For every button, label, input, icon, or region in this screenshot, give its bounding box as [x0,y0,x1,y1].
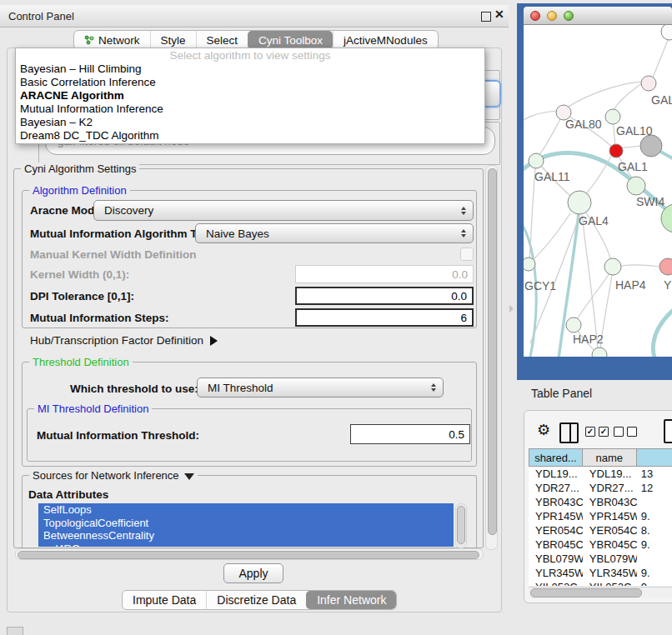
column-header[interactable]: name [583,448,637,467]
table-row[interactable]: YDR27...YDR27...12 [529,481,672,495]
settings-hscrollbar[interactable] [15,548,484,560]
corner-widget[interactable] [7,627,23,635]
gear-icon[interactable]: ⚙ [537,421,550,439]
node-hap2[interactable] [566,318,581,332]
attributes-scrollbar[interactable] [455,503,467,548]
table-cell: YDR27... [583,481,637,495]
table-row[interactable]: YIL052CYIL052C9. [529,580,672,586]
network-window-titlebar[interactable] [524,7,672,25]
tab-cyni-toolbox[interactable]: Cyni Toolbox [248,31,333,49]
sources-group-title[interactable]: Sources for Network Inference [29,469,198,482]
table-row[interactable]: YPR145WYPR145W9. [529,509,672,523]
float-window-icon[interactable] [481,12,491,22]
network-edge[interactable] [653,302,672,357]
network-edge[interactable] [539,118,561,156]
node-gal11[interactable] [529,153,544,168]
combo-arrows-icon [431,383,436,392]
node-gal4[interactable] [568,191,591,214]
algorithm-option[interactable]: Mutual Information Inference [16,102,484,116]
table-rows: YDL19...YDL19...13YDR27...YDR27...12YBR0… [529,467,672,586]
mi-threshold-field[interactable]: 0.5 [350,424,470,444]
network-edge[interactable] [582,215,598,349]
node-green-small[interactable] [605,109,620,124]
attribute-item[interactable]: SelfLoops [38,503,454,517]
tab-style[interactable]: Style [150,31,196,49]
node-bottom-cut[interactable] [592,348,607,357]
mi-steps-field[interactable]: 6 [295,308,474,327]
network-edge[interactable] [524,111,559,127]
algorithm-option[interactable]: Bayesian – K2 [16,116,484,129]
table-cell: 9. [637,538,672,552]
table-row[interactable]: YBR043CYBR043C [529,495,672,509]
unchecked-columns-icon[interactable] [614,427,637,437]
splitpane-handle-icon[interactable] [509,305,514,312]
table-row[interactable]: YDL19...YDL19...13 [529,467,672,481]
table-row[interactable]: YLR345WYLR345W9. [529,566,672,580]
algorithm-option[interactable]: ARACNE Algorithm [16,89,484,102]
mi-type-combo[interactable]: Naive Bayes [195,223,474,243]
node-gal10[interactable] [640,135,662,157]
column-header[interactable] [637,448,672,467]
split-columns-icon[interactable] [559,422,579,443]
node-gal1[interactable] [627,177,645,195]
combo-arrows-icon [461,207,466,215]
table-row[interactable]: YBR045CYBR045C9. [529,538,672,552]
node-label: GAL11 [534,170,570,183]
tab-network[interactable]: Network [74,31,150,49]
table-hscrollbar-thumb[interactable] [530,588,642,598]
network-canvas[interactable]: GALGAL80GAL10GAL1GAL11SWI4GAL4GCY1HAP4YH… [524,25,672,357]
node-label: GAL [651,93,672,107]
node-gcy1[interactable] [524,258,535,271]
algorithm-option[interactable]: Bayesian – Hill Climbing [16,62,484,76]
close-traffic-light-icon[interactable] [530,11,540,21]
bottom-tab-bar: Impute DataDiscretize DataInfer Network [122,590,397,610]
node-salmon[interactable] [659,258,672,275]
node-label: GAL10 [616,124,653,138]
threshold-definition-title: Threshold Definition [29,356,133,368]
node-hap4[interactable] [604,258,621,275]
network-edge[interactable] [532,213,570,261]
which-threshold-combo[interactable]: MI Threshold [197,378,444,398]
tab-impute-data[interactable]: Impute Data [123,591,206,609]
document-icon[interactable] [664,419,672,443]
zoom-traffic-light-icon[interactable] [564,11,574,21]
network-edge[interactable] [614,83,642,110]
attribute-item[interactable]: BetweennessCentrality [38,529,454,542]
minimize-traffic-light-icon[interactable] [547,11,557,21]
hscrollbar-thumb[interactable] [18,551,479,559]
node-top-cut[interactable] [661,25,672,40]
node-red[interactable] [609,144,623,158]
kernel-width-field[interactable]: 0.0 [295,265,474,283]
table-row[interactable]: YER054CYER054C8. [529,523,672,538]
table-panel-title: Table Panel [531,387,592,400]
network-edge[interactable] [621,265,659,267]
network-edge[interactable] [577,273,609,319]
network-edge[interactable] [653,36,669,78]
tab-select[interactable]: Select [196,31,248,49]
hub-definition-toggle[interactable]: Hub/Transcription Factor Definition [30,334,218,347]
algorithm-option[interactable]: Dream8 DC_TDC Algorithm [16,129,484,142]
network-edge[interactable] [567,82,642,108]
table-cell: YBR045C [529,538,583,552]
table-cell: YBR045C [583,538,637,552]
aracne-mode-combo[interactable]: Discovery [93,200,474,221]
algorithm-option[interactable]: Basic Correlation Inference [16,76,484,89]
table-row[interactable]: YBL079WYBL079W [529,552,672,566]
manual-kernel-checkbox[interactable] [460,248,474,261]
node-gal-top[interactable] [641,76,656,91]
settings-vscrollbar[interactable] [485,165,498,550]
attribute-item[interactable]: gal4RGexp [38,542,454,548]
tab-jactivemnodules[interactable]: jActiveMNodules [333,31,438,49]
dpi-tolerance-field[interactable]: 0.0 [295,287,474,305]
close-icon[interactable]: ✕ [494,8,504,21]
vscrollbar-thumb[interactable] [488,168,497,535]
apply-button[interactable]: Apply [223,563,283,583]
checked-columns-icon[interactable]: ✓✓ [585,427,609,437]
table-cell: 13 [637,467,672,481]
column-header[interactable]: shared... [529,448,583,467]
data-attributes-label: Data Attributes [28,488,108,501]
mi-threshold-label: Mutual Information Threshold: [37,429,199,442]
tab-infer-network[interactable]: Infer Network [306,591,396,609]
tab-discretize-data[interactable]: Discretize Data [206,591,306,609]
attribute-item[interactable]: TopologicalCoefficient [38,517,454,530]
